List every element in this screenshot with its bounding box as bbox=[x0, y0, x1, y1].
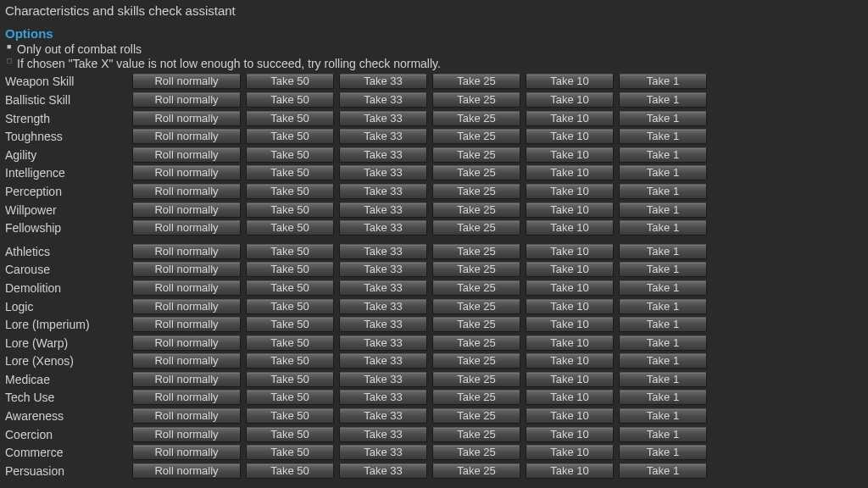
roll-normally-button[interactable]: Roll normally bbox=[132, 317, 241, 332]
roll-normally-button[interactable]: Roll normally bbox=[132, 129, 241, 144]
take-1-button[interactable]: Take 1 bbox=[619, 408, 707, 424]
take-10-button[interactable]: Take 10 bbox=[526, 372, 614, 387]
take-1-button[interactable]: Take 1 bbox=[619, 390, 707, 405]
roll-normally-button[interactable]: Roll normally bbox=[132, 299, 241, 314]
take-10-button[interactable]: Take 10 bbox=[526, 353, 614, 369]
take-50-button[interactable]: Take 50 bbox=[246, 445, 334, 460]
roll-normally-button[interactable]: Roll normally bbox=[132, 92, 241, 108]
roll-normally-button[interactable]: Roll normally bbox=[132, 262, 241, 277]
take-10-button[interactable]: Take 10 bbox=[526, 408, 614, 424]
take-10-button[interactable]: Take 10 bbox=[526, 463, 614, 479]
take-1-button[interactable]: Take 1 bbox=[619, 244, 707, 259]
take-10-button[interactable]: Take 10 bbox=[526, 129, 614, 144]
take-1-button[interactable]: Take 1 bbox=[619, 427, 707, 442]
take-10-button[interactable]: Take 10 bbox=[526, 202, 614, 218]
roll-normally-button[interactable]: Roll normally bbox=[132, 445, 241, 460]
take-50-button[interactable]: Take 50 bbox=[246, 390, 334, 405]
take-1-button[interactable]: Take 1 bbox=[619, 353, 707, 369]
take-25-button[interactable]: Take 25 bbox=[432, 74, 520, 89]
take-10-button[interactable]: Take 10 bbox=[526, 390, 614, 405]
take-1-button[interactable]: Take 1 bbox=[619, 299, 707, 314]
take-25-button[interactable]: Take 25 bbox=[432, 111, 520, 126]
take-1-button[interactable]: Take 1 bbox=[619, 336, 707, 351]
take-50-button[interactable]: Take 50 bbox=[246, 353, 334, 369]
take-10-button[interactable]: Take 10 bbox=[526, 147, 614, 163]
take-50-button[interactable]: Take 50 bbox=[246, 147, 334, 163]
roll-normally-button[interactable]: Roll normally bbox=[132, 74, 241, 89]
roll-normally-button[interactable]: Roll normally bbox=[132, 147, 241, 163]
take-10-button[interactable]: Take 10 bbox=[526, 427, 614, 442]
roll-normally-button[interactable]: Roll normally bbox=[132, 353, 241, 369]
take-10-button[interactable]: Take 10 bbox=[526, 262, 614, 277]
roll-normally-button[interactable]: Roll normally bbox=[132, 165, 241, 180]
take-33-button[interactable]: Take 33 bbox=[339, 74, 427, 89]
take-1-button[interactable]: Take 1 bbox=[619, 165, 707, 180]
take-25-button[interactable]: Take 25 bbox=[432, 184, 520, 199]
take-33-button[interactable]: Take 33 bbox=[339, 336, 427, 351]
take-50-button[interactable]: Take 50 bbox=[246, 299, 334, 314]
take-33-button[interactable]: Take 33 bbox=[339, 202, 427, 218]
take-1-button[interactable]: Take 1 bbox=[619, 262, 707, 277]
take-25-button[interactable]: Take 25 bbox=[432, 220, 520, 236]
roll-normally-button[interactable]: Roll normally bbox=[132, 220, 241, 236]
take-50-button[interactable]: Take 50 bbox=[246, 262, 334, 277]
take-33-button[interactable]: Take 33 bbox=[339, 92, 427, 108]
option-fallback-roll[interactable]: If chosen "Take X" value is not low enou… bbox=[5, 57, 863, 71]
take-33-button[interactable]: Take 33 bbox=[339, 262, 427, 277]
take-1-button[interactable]: Take 1 bbox=[619, 220, 707, 236]
roll-normally-button[interactable]: Roll normally bbox=[132, 244, 241, 259]
take-10-button[interactable]: Take 10 bbox=[526, 299, 614, 314]
take-33-button[interactable]: Take 33 bbox=[339, 353, 427, 369]
take-33-button[interactable]: Take 33 bbox=[339, 165, 427, 180]
take-33-button[interactable]: Take 33 bbox=[339, 317, 427, 332]
take-33-button[interactable]: Take 33 bbox=[339, 280, 427, 296]
take-25-button[interactable]: Take 25 bbox=[432, 445, 520, 460]
take-33-button[interactable]: Take 33 bbox=[339, 147, 427, 163]
take-50-button[interactable]: Take 50 bbox=[246, 317, 334, 332]
take-1-button[interactable]: Take 1 bbox=[619, 463, 707, 479]
take-10-button[interactable]: Take 10 bbox=[526, 317, 614, 332]
take-25-button[interactable]: Take 25 bbox=[432, 408, 520, 424]
take-33-button[interactable]: Take 33 bbox=[339, 220, 427, 236]
take-10-button[interactable]: Take 10 bbox=[526, 74, 614, 89]
take-50-button[interactable]: Take 50 bbox=[246, 184, 334, 199]
take-50-button[interactable]: Take 50 bbox=[246, 202, 334, 218]
take-10-button[interactable]: Take 10 bbox=[526, 220, 614, 236]
take-10-button[interactable]: Take 10 bbox=[526, 280, 614, 296]
take-50-button[interactable]: Take 50 bbox=[246, 336, 334, 351]
take-33-button[interactable]: Take 33 bbox=[339, 372, 427, 387]
take-25-button[interactable]: Take 25 bbox=[432, 372, 520, 387]
take-10-button[interactable]: Take 10 bbox=[526, 111, 614, 126]
take-25-button[interactable]: Take 25 bbox=[432, 92, 520, 108]
take-50-button[interactable]: Take 50 bbox=[246, 165, 334, 180]
take-33-button[interactable]: Take 33 bbox=[339, 463, 427, 479]
take-25-button[interactable]: Take 25 bbox=[432, 336, 520, 351]
take-1-button[interactable]: Take 1 bbox=[619, 280, 707, 296]
take-33-button[interactable]: Take 33 bbox=[339, 244, 427, 259]
roll-normally-button[interactable]: Roll normally bbox=[132, 280, 241, 296]
take-25-button[interactable]: Take 25 bbox=[432, 353, 520, 369]
take-1-button[interactable]: Take 1 bbox=[619, 372, 707, 387]
take-25-button[interactable]: Take 25 bbox=[432, 427, 520, 442]
take-10-button[interactable]: Take 10 bbox=[526, 184, 614, 199]
roll-normally-button[interactable]: Roll normally bbox=[132, 184, 241, 199]
take-50-button[interactable]: Take 50 bbox=[246, 129, 334, 144]
take-33-button[interactable]: Take 33 bbox=[339, 390, 427, 405]
take-1-button[interactable]: Take 1 bbox=[619, 129, 707, 144]
take-25-button[interactable]: Take 25 bbox=[432, 165, 520, 180]
take-50-button[interactable]: Take 50 bbox=[246, 463, 334, 479]
take-1-button[interactable]: Take 1 bbox=[619, 111, 707, 126]
take-33-button[interactable]: Take 33 bbox=[339, 184, 427, 199]
take-1-button[interactable]: Take 1 bbox=[619, 317, 707, 332]
take-1-button[interactable]: Take 1 bbox=[619, 202, 707, 218]
take-1-button[interactable]: Take 1 bbox=[619, 147, 707, 163]
roll-normally-button[interactable]: Roll normally bbox=[132, 427, 241, 442]
take-33-button[interactable]: Take 33 bbox=[339, 129, 427, 144]
take-25-button[interactable]: Take 25 bbox=[432, 129, 520, 144]
roll-normally-button[interactable]: Roll normally bbox=[132, 202, 241, 218]
take-50-button[interactable]: Take 50 bbox=[246, 74, 334, 89]
take-25-button[interactable]: Take 25 bbox=[432, 262, 520, 277]
take-25-button[interactable]: Take 25 bbox=[432, 280, 520, 296]
take-50-button[interactable]: Take 50 bbox=[246, 220, 334, 236]
take-25-button[interactable]: Take 25 bbox=[432, 463, 520, 479]
